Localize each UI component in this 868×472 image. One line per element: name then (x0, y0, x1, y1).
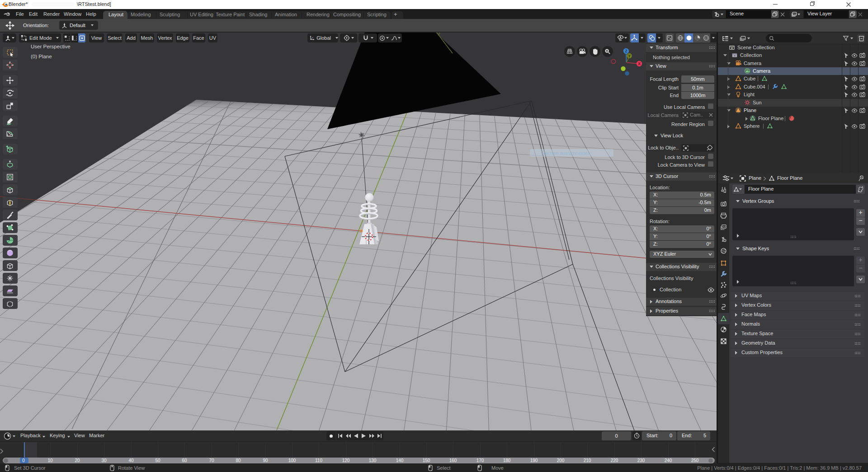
svg-text:Flächen ausschneiden: Flächen ausschneiden (541, 150, 590, 156)
svg-text:Y: Y (628, 54, 631, 58)
svg-text:Z: Z (625, 49, 627, 53)
svg-text:X: X (638, 61, 641, 66)
